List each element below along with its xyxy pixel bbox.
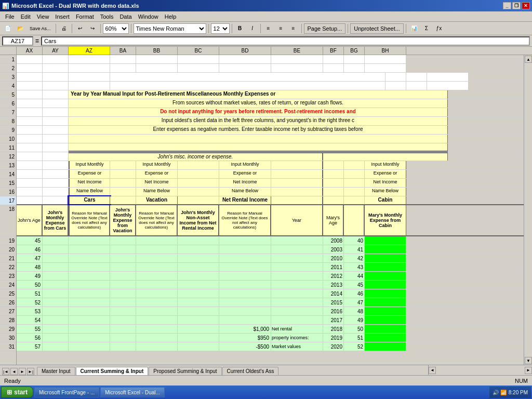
cell-be21[interactable] — [271, 254, 323, 262]
redo-button[interactable]: ↪ — [87, 23, 98, 34]
cell-az31[interactable] — [69, 342, 110, 351]
cell-bc15[interactable] — [178, 179, 219, 187]
cell-ax18-johnsage[interactable]: John's Age — [17, 205, 43, 235]
cell-bb20[interactable] — [136, 245, 178, 254]
cell-bh17-cabin[interactable]: Cabin — [365, 196, 406, 204]
cell-ax9[interactable] — [17, 126, 43, 134]
cell-bf28[interactable]: 2017 — [323, 316, 344, 324]
cell-bh26[interactable] — [365, 298, 406, 307]
cell-bg1[interactable] — [344, 55, 365, 63]
cell-be25[interactable] — [271, 289, 323, 298]
cell-bc28[interactable] — [178, 316, 219, 324]
cell-bc2[interactable] — [178, 64, 219, 72]
cell-ax25[interactable]: 51 — [17, 289, 43, 298]
header-row5[interactable]: Year by Year Manual Input for Post-Retir… — [69, 90, 448, 99]
cell-ax2[interactable] — [17, 64, 43, 72]
cell-ba18-monthly-vacation[interactable]: John's Monthly Expense from Vacation — [110, 205, 136, 235]
cell-ax31[interactable]: 57 — [17, 342, 43, 351]
cell-be24[interactable] — [271, 281, 323, 289]
cell-bg2[interactable] — [344, 64, 365, 72]
cell-bf17[interactable] — [323, 196, 344, 204]
cell-ax16[interactable] — [17, 188, 43, 196]
cell-bb29[interactable] — [136, 325, 178, 333]
tab-first-button[interactable]: |◄ — [2, 368, 9, 375]
cell-bg24[interactable]: 45 — [344, 281, 365, 289]
cell-bd30[interactable]: $950 — [219, 334, 271, 342]
align-center[interactable]: ≡ — [275, 23, 287, 34]
cell-bg28[interactable]: 49 — [344, 316, 365, 324]
cell-be30[interactable]: property incomes: — [271, 334, 323, 342]
cell-bd22[interactable] — [219, 263, 271, 271]
undo-button[interactable]: ↩ — [74, 23, 86, 34]
cell-az30[interactable] — [69, 334, 110, 342]
cell-ay3[interactable] — [43, 73, 69, 81]
cell-ba17[interactable] — [110, 196, 136, 204]
cell-bh1[interactable] — [365, 55, 406, 63]
cell-be26[interactable] — [271, 298, 323, 307]
cell-bb19[interactable] — [136, 236, 178, 245]
menu-help[interactable]: Help — [162, 12, 180, 21]
cell-ba28[interactable] — [110, 316, 136, 324]
cell-bh27[interactable] — [365, 307, 406, 315]
cell-bf30[interactable]: 2019 — [323, 334, 344, 342]
cell-bf20[interactable]: 2003 — [323, 245, 344, 254]
cell-bf23[interactable]: 2012 — [323, 272, 344, 280]
menu-window[interactable]: Window — [135, 12, 162, 21]
menu-data[interactable]: Data — [116, 12, 135, 21]
cell-bg19[interactable]: 40 — [344, 236, 365, 245]
cell-ax29[interactable]: 55 — [17, 325, 43, 333]
cell-ax19[interactable]: 45 — [17, 236, 43, 245]
zoom-select[interactable]: 60% — [103, 23, 129, 34]
horizontal-scrollbar[interactable]: ◄ ► — [428, 365, 532, 375]
cell-bh30[interactable] — [365, 334, 406, 342]
cell-az26[interactable] — [69, 298, 110, 307]
cell-ax24[interactable]: 50 — [17, 281, 43, 289]
start-button[interactable]: ⊞ start — [1, 387, 33, 398]
cell-bg3[interactable] — [406, 73, 427, 81]
cell-be16[interactable] — [271, 188, 323, 196]
align-right[interactable]: ≡ — [288, 23, 299, 34]
cell-az19[interactable] — [69, 236, 110, 245]
cell-be14[interactable] — [271, 170, 323, 178]
cell-ba15[interactable] — [110, 179, 136, 187]
cell-ay20[interactable] — [43, 245, 69, 254]
cell-bd26[interactable] — [219, 298, 271, 307]
cell-bb26[interactable] — [136, 298, 178, 307]
cell-ay22[interactable] — [43, 263, 69, 271]
menu-edit[interactable]: Edit — [18, 12, 34, 21]
cell-bf1[interactable] — [323, 55, 344, 63]
menu-format[interactable]: Format — [73, 12, 97, 21]
cell-bg31[interactable]: 52 — [344, 342, 365, 351]
cell-ay29[interactable] — [43, 325, 69, 333]
cell-bb28[interactable] — [136, 316, 178, 324]
cell-be23[interactable] — [271, 272, 323, 280]
page-setup-button[interactable]: Page Setup... — [304, 23, 346, 34]
cell-bd2[interactable] — [219, 64, 271, 72]
cell-bb1[interactable] — [136, 55, 178, 63]
cell-ax5[interactable] — [17, 90, 43, 99]
cell-ba3-be3[interactable] — [110, 73, 385, 81]
taskbar-excel[interactable]: Microsoft Excel - Dual... — [100, 387, 165, 397]
header-row6[interactable]: From sources without market values, rate… — [69, 99, 448, 108]
cell-ay2[interactable] — [43, 64, 69, 72]
cell-bg4[interactable] — [406, 82, 427, 90]
chart-button[interactable]: 📊 — [408, 23, 420, 34]
cell-ax20[interactable]: 46 — [17, 245, 43, 254]
cell-bd1[interactable] — [219, 55, 271, 63]
tab-master-input[interactable]: Master Input — [37, 367, 75, 375]
cell-ax28[interactable]: 54 — [17, 316, 43, 324]
cell-bf22[interactable]: 2011 — [323, 263, 344, 271]
cell-az27[interactable] — [69, 307, 110, 315]
header-right12[interactable] — [323, 152, 448, 161]
cell-ay25[interactable] — [43, 289, 69, 298]
cell-bf25[interactable]: 2014 — [323, 289, 344, 298]
bold-button[interactable]: B — [234, 23, 246, 34]
cell-bh24[interactable] — [365, 281, 406, 289]
cell-reference[interactable] — [2, 36, 33, 46]
header-row7[interactable]: Do not input anything for years before r… — [69, 108, 448, 116]
cell-bg17[interactable] — [344, 196, 365, 204]
cell-be18-year[interactable]: Year — [271, 205, 323, 235]
cell-ba22[interactable] — [110, 263, 136, 271]
formula-input[interactable] — [41, 36, 530, 46]
cell-be28[interactable] — [271, 316, 323, 324]
